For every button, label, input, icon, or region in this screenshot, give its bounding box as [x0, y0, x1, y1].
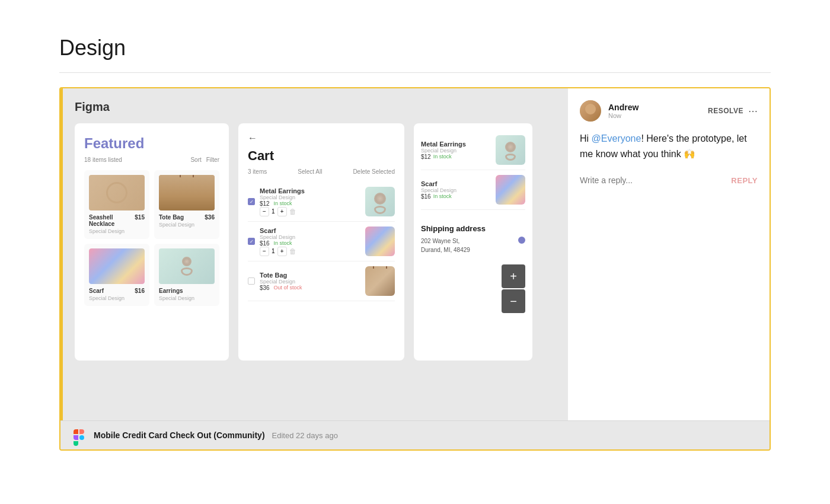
- select-all[interactable]: Select All: [298, 168, 322, 175]
- right-item-name: Scarf: [421, 180, 491, 187]
- list-item[interactable]: Tote Bag $36 Special Design: [154, 170, 219, 239]
- featured-title: Featured: [84, 135, 219, 152]
- tote-icon: [159, 175, 215, 210]
- comment-body: Hi @Everyone! Here's the prototype, let …: [580, 131, 758, 161]
- cart-item-price: $16 In stock: [260, 240, 360, 247]
- list-item[interactable]: Seashell Necklace $15 Special Design: [84, 170, 149, 239]
- item-name-price: Seashell Necklace $15: [89, 214, 145, 227]
- list-item[interactable]: Scarf $16 Special Design: [84, 244, 149, 306]
- right-cart-item: Scarf Special Design $16 In stock: [421, 170, 525, 210]
- qty-value: 1: [272, 208, 275, 215]
- item-image: [159, 248, 215, 284]
- qty-increase[interactable]: +: [277, 207, 287, 216]
- footer-meta: Edited 22 days ago: [272, 431, 338, 440]
- item-name: Tote Bag: [159, 214, 184, 221]
- screen-right: Metal Earrings Special Design $12 In sto…: [414, 123, 532, 361]
- list-item[interactable]: Earrings Special Design: [154, 244, 219, 306]
- comment-prefix: Hi: [580, 133, 592, 143]
- zoom-controls: + −: [502, 264, 525, 313]
- figma-screens: Featured 18 items listed Sort Filter: [75, 123, 556, 361]
- cart-checkbox[interactable]: ✓: [248, 238, 255, 245]
- right-item-price: $12: [421, 154, 431, 160]
- right-item-name: Metal Earrings: [421, 141, 491, 148]
- filter-label[interactable]: Filter: [206, 157, 219, 163]
- qty-control: − 1 + 🗑: [260, 207, 360, 216]
- reply-input[interactable]: [580, 176, 726, 185]
- qty-decrease[interactable]: −: [260, 207, 269, 216]
- item-name: Scarf: [89, 288, 104, 294]
- right-item-image: [496, 135, 525, 165]
- cart-item-sub: Special Design: [260, 234, 360, 240]
- cart-item-name: Metal Earrings: [260, 187, 360, 194]
- card-footer: Mobile Credit Card Check Out (Community)…: [60, 420, 770, 449]
- radio-button[interactable]: [518, 237, 525, 244]
- right-item-sub: Special Design: [421, 148, 491, 154]
- cart-item: ✓ Scarf Special Design $16 In stock −: [248, 222, 395, 261]
- comment-mention: @Everyone: [592, 133, 641, 143]
- cart-checkbox[interactable]: ✓: [248, 277, 255, 285]
- item-sub: Special Design: [159, 295, 215, 301]
- figma-panel: Figma Featured 18 items listed Sort Filt…: [63, 88, 568, 420]
- cart-item-count: 3 items: [248, 168, 267, 175]
- comment-header: Andrew Now RESOLVE ⋯: [580, 100, 758, 122]
- cart-item-info: Tote Bag Special Design $36 Out of stock: [260, 272, 360, 291]
- avatar: [580, 100, 601, 122]
- cart-checkbox[interactable]: ✓: [248, 198, 255, 205]
- qty-decrease[interactable]: −: [260, 247, 269, 256]
- cart-item-info: Scarf Special Design $16 In stock − 1 +: [260, 227, 360, 256]
- cart-title: Cart: [248, 148, 395, 164]
- item-price: $15: [135, 214, 145, 227]
- cart-item-sub: Special Design: [260, 279, 360, 285]
- scarf-icon: [89, 248, 145, 284]
- shipping-address: 202 Wayne St, Durand, MI, 48429: [421, 237, 470, 254]
- cart-item-image: [365, 227, 395, 256]
- cart-item: ✓ Tote Bag Special Design $36 Out of sto…: [248, 261, 395, 301]
- comment-time: Now: [608, 112, 701, 119]
- qty-control: − 1 + 🗑: [260, 247, 360, 256]
- shipping-section: Shipping address 202 Wayne St, Durand, M…: [414, 217, 532, 261]
- delete-icon[interactable]: 🗑: [289, 208, 296, 216]
- main-card: Figma Featured 18 items listed Sort Filt…: [59, 87, 771, 451]
- right-cart-item: Metal Earrings Special Design $12 In sto…: [421, 130, 525, 170]
- sort-label[interactable]: Sort: [190, 157, 201, 163]
- items-grid: Seashell Necklace $15 Special Design: [84, 170, 219, 306]
- cart-item-price: $36 Out of stock: [260, 285, 360, 291]
- item-name: Earrings: [159, 288, 183, 294]
- cart-item-price: $12 In stock: [260, 200, 360, 207]
- right-stock: In stock: [433, 193, 452, 199]
- item-name-price: Scarf $16: [89, 288, 145, 294]
- zoom-in-button[interactable]: +: [502, 264, 525, 288]
- reply-area: REPLY: [580, 176, 758, 185]
- delete-icon[interactable]: 🗑: [289, 247, 296, 256]
- item-price: $36: [205, 214, 215, 221]
- item-name-price: Tote Bag $36: [159, 214, 215, 221]
- item-sub: Special Design: [89, 228, 145, 234]
- necklace-icon: [106, 182, 127, 203]
- item-image: [89, 248, 145, 284]
- screen-cart: ← Cart 3 items Select All Delete Selecte…: [238, 123, 404, 361]
- more-options-button[interactable]: ⋯: [748, 106, 758, 117]
- zoom-out-button[interactable]: −: [502, 289, 525, 313]
- section-divider: [59, 72, 771, 73]
- cart-item-name: Scarf: [260, 227, 360, 234]
- item-name: Seashell Necklace: [89, 214, 135, 227]
- figma-footer-logo: [72, 428, 87, 442]
- right-item-price: $16: [421, 193, 431, 200]
- qty-increase[interactable]: +: [277, 247, 287, 256]
- item-name-price: Earrings: [159, 288, 215, 294]
- right-item-image: [496, 175, 525, 205]
- item-sub: Special Design: [159, 222, 215, 228]
- item-image: [159, 175, 215, 210]
- resolve-button[interactable]: RESOLVE: [708, 107, 743, 115]
- reply-button[interactable]: REPLY: [731, 176, 758, 185]
- right-item-sub: Special Design: [421, 187, 491, 193]
- tote-handle: [180, 175, 194, 177]
- delete-selected[interactable]: Delete Selected: [353, 168, 395, 175]
- back-button[interactable]: ←: [248, 133, 395, 143]
- sort-filter: Sort Filter: [190, 157, 219, 163]
- page-title: Design: [59, 36, 771, 60]
- right-stock: In stock: [433, 154, 452, 160]
- cart-actions: 3 items Select All Delete Selected: [248, 168, 395, 175]
- cart-item-sub: Special Design: [260, 194, 360, 200]
- stock-status: Out of stock: [273, 285, 302, 291]
